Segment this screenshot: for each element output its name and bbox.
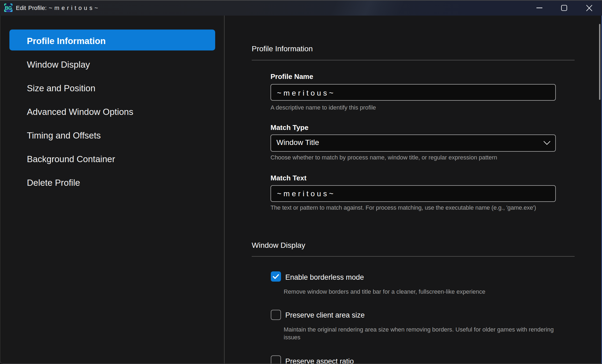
- svg-text:BG: BG: [5, 5, 12, 11]
